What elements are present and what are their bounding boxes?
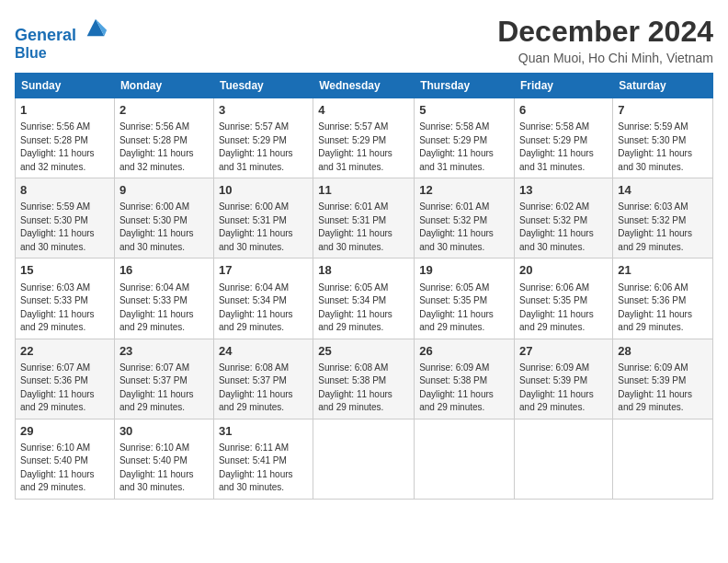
day-cell-4: 4Sunrise: 5:57 AM Sunset: 5:29 PM Daylig… — [313, 98, 415, 178]
day-cell-29: 29Sunrise: 6:10 AM Sunset: 5:40 PM Dayli… — [16, 419, 115, 499]
day-number: 27 — [519, 343, 608, 360]
weekday-header-thursday: Thursday — [415, 74, 515, 98]
day-cell-13: 13Sunrise: 6:02 AM Sunset: 5:32 PM Dayli… — [515, 178, 613, 259]
weekday-header-wednesday: Wednesday — [313, 74, 415, 98]
logo: General Blue — [15, 15, 108, 61]
day-cell-15: 15Sunrise: 6:03 AM Sunset: 5:33 PM Dayli… — [16, 259, 115, 339]
day-number: 22 — [20, 343, 109, 360]
day-info: Sunrise: 6:03 AM Sunset: 5:33 PM Dayligh… — [20, 282, 109, 335]
weekday-header-sunday: Sunday — [16, 74, 115, 98]
page-header: General Blue December 2024 Quan Muoi, Ho… — [15, 15, 713, 65]
day-cell-1: 1Sunrise: 5:56 AM Sunset: 5:28 PM Daylig… — [16, 98, 115, 178]
day-number: 14 — [618, 182, 708, 199]
day-number: 28 — [618, 343, 708, 360]
day-number: 25 — [318, 343, 409, 360]
month-title: December 2024 — [497, 15, 713, 49]
day-info: Sunrise: 6:10 AM Sunset: 5:40 PM Dayligh… — [119, 442, 209, 495]
day-info: Sunrise: 5:57 AM Sunset: 5:29 PM Dayligh… — [318, 121, 409, 174]
day-cell-12: 12Sunrise: 6:01 AM Sunset: 5:32 PM Dayli… — [415, 178, 515, 259]
day-number: 6 — [519, 102, 608, 119]
day-info: Sunrise: 5:59 AM Sunset: 5:30 PM Dayligh… — [618, 121, 708, 174]
day-cell-10: 10Sunrise: 6:00 AM Sunset: 5:31 PM Dayli… — [213, 178, 313, 259]
day-info: Sunrise: 6:02 AM Sunset: 5:32 PM Dayligh… — [519, 201, 608, 254]
day-cell-2: 2Sunrise: 5:56 AM Sunset: 5:28 PM Daylig… — [114, 98, 213, 178]
day-number: 13 — [519, 182, 608, 199]
day-number: 5 — [419, 102, 509, 119]
logo-text: General — [15, 15, 108, 45]
day-info: Sunrise: 6:08 AM Sunset: 5:37 PM Dayligh… — [219, 362, 308, 415]
day-info: Sunrise: 5:56 AM Sunset: 5:28 PM Dayligh… — [20, 121, 109, 174]
week-row-5: 29Sunrise: 6:10 AM Sunset: 5:40 PM Dayli… — [16, 419, 713, 499]
day-cell-6: 6Sunrise: 5:58 AM Sunset: 5:29 PM Daylig… — [515, 98, 613, 178]
weekday-header-saturday: Saturday — [613, 74, 713, 98]
day-cell-21: 21Sunrise: 6:06 AM Sunset: 5:36 PM Dayli… — [613, 259, 713, 339]
day-number: 17 — [219, 262, 308, 279]
day-cell-16: 16Sunrise: 6:04 AM Sunset: 5:33 PM Dayli… — [114, 259, 213, 339]
weekday-header-tuesday: Tuesday — [213, 74, 313, 98]
day-number: 10 — [219, 182, 308, 199]
empty-cell — [415, 419, 515, 499]
day-number: 18 — [318, 262, 409, 279]
empty-cell — [313, 419, 415, 499]
day-info: Sunrise: 6:00 AM Sunset: 5:31 PM Dayligh… — [219, 201, 308, 254]
day-cell-19: 19Sunrise: 6:05 AM Sunset: 5:35 PM Dayli… — [415, 259, 515, 339]
day-info: Sunrise: 6:04 AM Sunset: 5:34 PM Dayligh… — [219, 282, 308, 335]
day-info: Sunrise: 6:01 AM Sunset: 5:31 PM Dayligh… — [318, 201, 409, 254]
day-number: 21 — [618, 262, 708, 279]
day-info: Sunrise: 6:11 AM Sunset: 5:41 PM Dayligh… — [219, 442, 308, 495]
day-info: Sunrise: 6:00 AM Sunset: 5:30 PM Dayligh… — [119, 201, 209, 254]
day-info: Sunrise: 6:07 AM Sunset: 5:37 PM Dayligh… — [119, 362, 209, 415]
day-number: 26 — [419, 343, 509, 360]
day-number: 7 — [618, 102, 708, 119]
day-info: Sunrise: 6:06 AM Sunset: 5:35 PM Dayligh… — [519, 282, 608, 335]
day-info: Sunrise: 5:59 AM Sunset: 5:30 PM Dayligh… — [20, 201, 109, 254]
day-cell-9: 9Sunrise: 6:00 AM Sunset: 5:30 PM Daylig… — [114, 178, 213, 259]
logo-blue: Blue — [15, 45, 108, 62]
day-number: 9 — [119, 182, 209, 199]
day-number: 3 — [219, 102, 308, 119]
day-cell-20: 20Sunrise: 6:06 AM Sunset: 5:35 PM Dayli… — [515, 259, 613, 339]
location: Quan Muoi, Ho Chi Minh, Vietnam — [497, 51, 713, 65]
day-info: Sunrise: 5:58 AM Sunset: 5:29 PM Dayligh… — [519, 121, 608, 174]
day-cell-28: 28Sunrise: 6:09 AM Sunset: 5:39 PM Dayli… — [613, 339, 713, 419]
day-number: 12 — [419, 182, 509, 199]
day-cell-23: 23Sunrise: 6:07 AM Sunset: 5:37 PM Dayli… — [114, 339, 213, 419]
week-row-1: 1Sunrise: 5:56 AM Sunset: 5:28 PM Daylig… — [16, 98, 713, 178]
day-cell-25: 25Sunrise: 6:08 AM Sunset: 5:38 PM Dayli… — [313, 339, 415, 419]
day-info: Sunrise: 6:07 AM Sunset: 5:36 PM Dayligh… — [20, 362, 109, 415]
week-row-2: 8Sunrise: 5:59 AM Sunset: 5:30 PM Daylig… — [16, 178, 713, 259]
day-number: 1 — [20, 102, 109, 119]
day-info: Sunrise: 6:08 AM Sunset: 5:38 PM Dayligh… — [318, 362, 409, 415]
day-info: Sunrise: 5:56 AM Sunset: 5:28 PM Dayligh… — [119, 121, 209, 174]
day-info: Sunrise: 6:04 AM Sunset: 5:33 PM Dayligh… — [119, 282, 209, 335]
day-info: Sunrise: 6:01 AM Sunset: 5:32 PM Dayligh… — [419, 201, 509, 254]
day-number: 19 — [419, 262, 509, 279]
weekday-header-row: SundayMondayTuesdayWednesdayThursdayFrid… — [16, 74, 713, 98]
day-number: 30 — [119, 423, 209, 440]
day-info: Sunrise: 6:05 AM Sunset: 5:35 PM Dayligh… — [419, 282, 509, 335]
day-cell-14: 14Sunrise: 6:03 AM Sunset: 5:32 PM Dayli… — [613, 178, 713, 259]
day-cell-5: 5Sunrise: 5:58 AM Sunset: 5:29 PM Daylig… — [415, 98, 515, 178]
week-row-3: 15Sunrise: 6:03 AM Sunset: 5:33 PM Dayli… — [16, 259, 713, 339]
weekday-header-friday: Friday — [515, 74, 613, 98]
day-cell-26: 26Sunrise: 6:09 AM Sunset: 5:38 PM Dayli… — [415, 339, 515, 419]
day-info: Sunrise: 6:06 AM Sunset: 5:36 PM Dayligh… — [618, 282, 708, 335]
day-info: Sunrise: 6:09 AM Sunset: 5:39 PM Dayligh… — [618, 362, 708, 415]
day-cell-22: 22Sunrise: 6:07 AM Sunset: 5:36 PM Dayli… — [16, 339, 115, 419]
day-number: 20 — [519, 262, 608, 279]
calendar-table: SundayMondayTuesdayWednesdayThursdayFrid… — [15, 73, 713, 500]
day-number: 8 — [20, 182, 109, 199]
day-cell-3: 3Sunrise: 5:57 AM Sunset: 5:29 PM Daylig… — [213, 98, 313, 178]
day-info: Sunrise: 5:57 AM Sunset: 5:29 PM Dayligh… — [219, 121, 308, 174]
day-cell-7: 7Sunrise: 5:59 AM Sunset: 5:30 PM Daylig… — [613, 98, 713, 178]
day-number: 16 — [119, 262, 209, 279]
day-cell-30: 30Sunrise: 6:10 AM Sunset: 5:40 PM Dayli… — [114, 419, 213, 499]
logo-general: General — [15, 26, 76, 44]
day-info: Sunrise: 6:09 AM Sunset: 5:38 PM Dayligh… — [419, 362, 509, 415]
day-cell-17: 17Sunrise: 6:04 AM Sunset: 5:34 PM Dayli… — [213, 259, 313, 339]
day-info: Sunrise: 5:58 AM Sunset: 5:29 PM Dayligh… — [419, 121, 509, 174]
day-number: 24 — [219, 343, 308, 360]
day-number: 11 — [318, 182, 409, 199]
day-info: Sunrise: 6:03 AM Sunset: 5:32 PM Dayligh… — [618, 201, 708, 254]
day-number: 2 — [119, 102, 209, 119]
